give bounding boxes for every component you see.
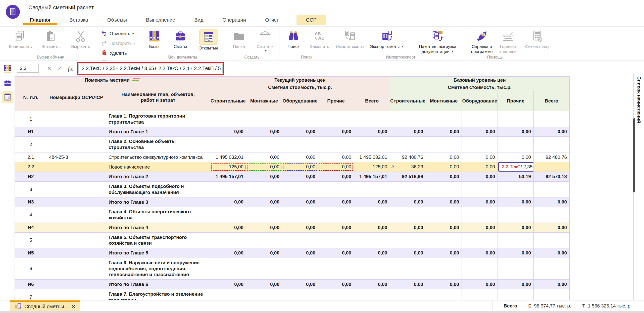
sidebar-open-documents-icon[interactable] xyxy=(2,91,13,103)
grid-cell[interactable] xyxy=(534,289,570,300)
grid-cell[interactable] xyxy=(210,111,246,127)
grid-cell[interactable]: 0,00 xyxy=(354,223,390,232)
grid-cell[interactable]: 92 570,18 xyxy=(534,172,570,182)
grid-cell[interactable]: 1 495 032,01 xyxy=(210,152,246,162)
grid-cell[interactable]: 0,00 xyxy=(354,127,390,137)
grid-cell[interactable] xyxy=(210,289,246,300)
grid-cell[interactable]: 0,00 xyxy=(318,248,354,258)
grid-cell[interactable]: 0,00 xyxy=(210,223,246,232)
grid-cell[interactable] xyxy=(390,137,426,152)
grid-cell[interactable]: 0,00 xyxy=(426,162,462,172)
grid-cell[interactable] xyxy=(282,232,318,248)
grid-cell[interactable]: Глава 2. Основные объекты строительства xyxy=(106,137,210,152)
grid-cell[interactable] xyxy=(426,111,462,127)
grid-cell[interactable] xyxy=(282,258,318,279)
grid-cell[interactable]: 92 480,76 xyxy=(390,152,426,162)
grid-cell[interactable] xyxy=(498,258,534,279)
grid-cell[interactable] xyxy=(47,258,106,279)
grid-cell[interactable]: 0,00 xyxy=(318,172,354,182)
grid-cell[interactable] xyxy=(210,232,246,248)
grid-cell[interactable] xyxy=(354,137,390,152)
grid-cell[interactable]: И1 xyxy=(15,127,47,137)
grid-cell[interactable] xyxy=(47,232,106,248)
about-button[interactable]: Справка о программе xyxy=(469,28,494,54)
grid-cell[interactable]: 0,00 xyxy=(246,197,282,207)
tab-vid[interactable]: Вид xyxy=(193,15,205,25)
grid-cell[interactable]: 92 516,99 xyxy=(390,172,426,182)
tab-vstavka[interactable]: Вставка xyxy=(68,15,89,25)
tab-vypolnenie[interactable]: Выполнение xyxy=(144,15,177,25)
grid-cell[interactable]: 484-25-3 xyxy=(47,152,106,162)
grid-cell[interactable]: 0,00 xyxy=(210,248,246,258)
swap-columns-header[interactable]: Поменять местами xyxy=(15,77,210,84)
grid-cell[interactable] xyxy=(282,137,318,152)
grid-cell[interactable] xyxy=(246,137,282,152)
grid-cell[interactable]: 0,00 xyxy=(534,197,570,207)
grid-cell[interactable]: 0,00 xyxy=(246,127,282,137)
grid-cell[interactable]: 4 xyxy=(15,207,47,223)
grid-cell[interactable] xyxy=(282,289,318,300)
grid-cell[interactable]: 6 xyxy=(15,258,47,279)
grid-cell[interactable]: И3 xyxy=(15,197,47,207)
grid-cell[interactable] xyxy=(534,182,570,197)
grid-cell[interactable]: 0,00 xyxy=(390,197,426,207)
grid-cell[interactable]: 0,00 xyxy=(246,162,282,172)
grid-cell[interactable] xyxy=(47,289,106,300)
hotkeys-button[interactable]: Горячие клавиши xyxy=(496,28,521,54)
grid-cell[interactable]: 36,23fx xyxy=(390,162,426,172)
grid-cell[interactable] xyxy=(462,289,498,300)
replace-button[interactable]: AB↳AC Заменить xyxy=(307,28,332,49)
grid-cell[interactable]: 0,00 xyxy=(462,172,498,182)
grid-cell[interactable] xyxy=(47,172,106,182)
grid-cell[interactable]: И4 xyxy=(15,223,47,232)
grid-cell[interactable]: 0,00 xyxy=(498,248,534,258)
grid-cell[interactable]: 0,00 xyxy=(318,152,354,162)
grid-cell[interactable] xyxy=(47,182,106,197)
grid-cell[interactable]: 0,00 xyxy=(246,172,282,182)
sidebar-estimates-icon[interactable] xyxy=(2,77,13,89)
grid-cell[interactable] xyxy=(47,248,106,258)
cut-button[interactable]: Вырезать xyxy=(66,28,95,49)
grid-cell[interactable]: 0,00 xyxy=(462,152,498,162)
grid-cell[interactable]: 7 xyxy=(15,289,47,300)
grid-cell[interactable] xyxy=(354,232,390,248)
grid-cell[interactable]: 0,00 xyxy=(426,248,462,258)
grid-cell[interactable] xyxy=(462,232,498,248)
grid-cell[interactable]: 1 495 032,01 xyxy=(354,152,390,162)
grid-cell[interactable]: 0,00 xyxy=(534,127,570,137)
grid-cell[interactable] xyxy=(534,258,570,279)
grid-cell[interactable]: Глава 1. Подготовка территории строитель… xyxy=(106,111,210,127)
grid-cell[interactable]: 0,00 xyxy=(534,223,570,232)
grid-cell[interactable]: 0,00 xyxy=(210,127,246,137)
grid-cell[interactable]: 0,00 xyxy=(210,197,246,207)
grid-cell[interactable] xyxy=(246,289,282,300)
sidebar-bases-icon[interactable] xyxy=(2,63,13,75)
grid-cell[interactable] xyxy=(462,258,498,279)
grid-cell[interactable]: 0,00 xyxy=(246,280,282,289)
grid-cell[interactable] xyxy=(534,137,570,152)
grid-cell[interactable] xyxy=(534,207,570,223)
grid-cell[interactable] xyxy=(282,111,318,127)
grid-cell[interactable]: 2.1 xyxy=(15,152,47,162)
batch-export-button[interactable]: Пакетная выгрузка документации xyxy=(409,28,466,54)
grid-cell[interactable]: 0,00 xyxy=(354,280,390,289)
tab-ssr[interactable]: ССР xyxy=(296,15,326,25)
close-icon[interactable]: ✕ xyxy=(71,303,76,309)
grid-cell[interactable]: Глава 7. Благоустройство и озеленение те… xyxy=(106,289,210,300)
copy-button[interactable]: Копировать xyxy=(6,28,35,49)
grid-cell[interactable]: 0,00 xyxy=(390,248,426,258)
grid-cell[interactable] xyxy=(426,182,462,197)
grid-cell[interactable]: 1 xyxy=(15,111,47,127)
delete-button[interactable]: Удалить xyxy=(101,50,136,57)
grid-cell[interactable]: 0,00 xyxy=(282,172,318,182)
grid-cell[interactable]: 125,00 xyxy=(354,162,390,172)
grid-cell[interactable]: 0,00 xyxy=(534,248,570,258)
grid-cell[interactable] xyxy=(246,111,282,127)
grid-cell[interactable]: 0,00 xyxy=(282,127,318,137)
grid-cell[interactable] xyxy=(426,232,462,248)
grid-cell[interactable]: 0,00 xyxy=(462,197,498,207)
grid-cell[interactable]: 0,00 xyxy=(498,223,534,232)
document-tab[interactable]: Сводный сметны... ✕ xyxy=(10,300,80,311)
grid-cell[interactable]: 0,00 xyxy=(282,280,318,289)
grid-cell[interactable] xyxy=(47,207,106,223)
